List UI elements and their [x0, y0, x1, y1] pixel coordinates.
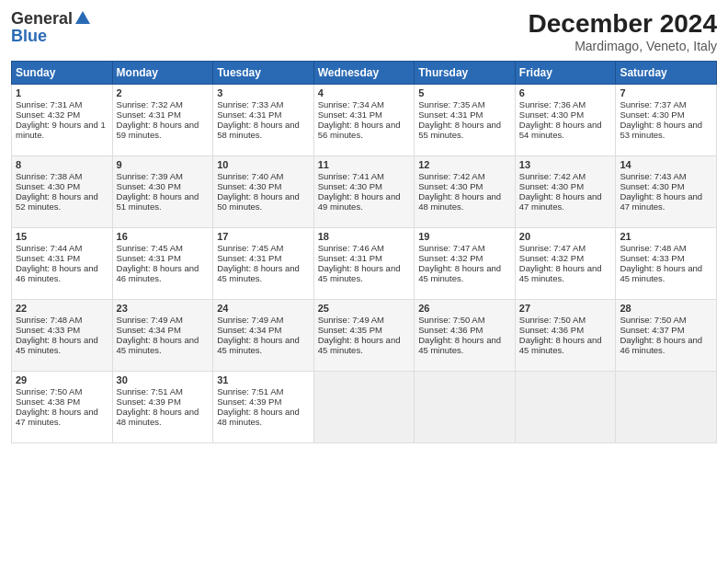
table-row: 4Sunrise: 7:34 AMSunset: 4:31 PMDaylight…: [313, 85, 415, 156]
sunset-text: Sunset: 4:31 PM: [117, 109, 181, 120]
sunset-text: Sunset: 4:30 PM: [620, 181, 684, 191]
daylight-text: Daylight: 9 hours and 1 minute.: [16, 120, 106, 140]
daylight-text: Daylight: 8 hours and 45 minutes.: [318, 335, 401, 355]
sunset-text: Sunset: 4:32 PM: [418, 253, 483, 263]
daylight-text: Daylight: 8 hours and 46 minutes.: [620, 335, 702, 355]
day-number: 27: [519, 303, 612, 314]
table-row: 30Sunrise: 7:51 AMSunset: 4:39 PMDayligh…: [112, 372, 213, 443]
day-number: 8: [16, 159, 108, 170]
table-row: 8Sunrise: 7:38 AMSunset: 4:30 PMDaylight…: [12, 156, 113, 228]
table-row: 31Sunrise: 7:51 AMSunset: 4:39 PMDayligh…: [213, 372, 314, 443]
table-row: 9Sunrise: 7:39 AMSunset: 4:30 PMDaylight…: [112, 156, 213, 228]
day-number: 26: [418, 303, 511, 314]
sunset-text: Sunset: 4:31 PM: [117, 253, 181, 263]
logo-general-text: General: [11, 9, 73, 29]
sunrise-text: Sunrise: 7:46 AM: [318, 243, 384, 253]
header: General Blue December 2024 Mardimago, Ve…: [11, 9, 717, 53]
table-row: 11Sunrise: 7:41 AMSunset: 4:30 PMDayligh…: [313, 156, 415, 228]
daylight-text: Daylight: 8 hours and 45 minutes.: [418, 263, 501, 283]
month-title: December 2024: [529, 9, 717, 39]
day-number: 12: [418, 159, 511, 170]
calendar-table: Sunday Monday Tuesday Wednesday Thursday…: [11, 61, 717, 443]
daylight-text: Daylight: 8 hours and 48 minutes.: [117, 407, 199, 427]
daylight-text: Daylight: 8 hours and 46 minutes.: [16, 263, 98, 283]
sunset-text: Sunset: 4:31 PM: [217, 253, 281, 263]
daylight-text: Daylight: 8 hours and 45 minutes.: [519, 335, 602, 355]
sunrise-text: Sunrise: 7:38 AM: [16, 171, 82, 181]
table-row: 20Sunrise: 7:47 AMSunset: 4:32 PMDayligh…: [515, 228, 616, 300]
daylight-text: Daylight: 8 hours and 53 minutes.: [620, 120, 702, 140]
daylight-text: Daylight: 8 hours and 48 minutes.: [217, 407, 300, 427]
table-row: 26Sunrise: 7:50 AMSunset: 4:36 PMDayligh…: [415, 300, 516, 372]
title-block: December 2024 Mardimago, Veneto, Italy: [529, 9, 717, 53]
sunset-text: Sunset: 4:37 PM: [620, 325, 684, 335]
calendar-week-row: 1Sunrise: 7:31 AMSunset: 4:32 PMDaylight…: [12, 85, 717, 156]
sunrise-text: Sunrise: 7:47 AM: [418, 243, 484, 253]
table-row: 15Sunrise: 7:44 AMSunset: 4:31 PMDayligh…: [12, 228, 113, 300]
sunrise-text: Sunrise: 7:44 AM: [16, 243, 82, 253]
daylight-text: Daylight: 8 hours and 55 minutes.: [418, 120, 501, 140]
logo: General Blue: [11, 9, 92, 46]
day-number: 5: [418, 87, 511, 98]
day-number: 1: [16, 87, 108, 98]
daylight-text: Daylight: 8 hours and 50 minutes.: [217, 191, 300, 212]
page-container: General Blue December 2024 Mardimago, Ve…: [0, 0, 728, 451]
sunrise-text: Sunrise: 7:42 AM: [519, 171, 586, 181]
daylight-text: Daylight: 8 hours and 45 minutes.: [117, 335, 199, 355]
calendar-week-row: 15Sunrise: 7:44 AMSunset: 4:31 PMDayligh…: [12, 228, 717, 300]
sunrise-text: Sunrise: 7:50 AM: [519, 315, 586, 325]
table-row: 22Sunrise: 7:48 AMSunset: 4:33 PMDayligh…: [12, 300, 113, 372]
logo-icon: [74, 9, 92, 28]
sunset-text: Sunset: 4:35 PM: [318, 325, 382, 335]
table-row: [515, 372, 616, 443]
sunrise-text: Sunrise: 7:41 AM: [318, 171, 384, 181]
sunrise-text: Sunrise: 7:49 AM: [318, 315, 384, 325]
day-number: 6: [519, 87, 612, 98]
table-row: 13Sunrise: 7:42 AMSunset: 4:30 PMDayligh…: [515, 156, 616, 228]
calendar-week-row: 29Sunrise: 7:50 AMSunset: 4:38 PMDayligh…: [12, 372, 717, 443]
table-row: 18Sunrise: 7:46 AMSunset: 4:31 PMDayligh…: [313, 228, 415, 300]
sunset-text: Sunset: 4:34 PM: [217, 325, 281, 335]
daylight-text: Daylight: 8 hours and 47 minutes.: [620, 191, 702, 212]
sunset-text: Sunset: 4:31 PM: [217, 109, 281, 120]
col-friday: Friday: [515, 62, 616, 85]
daylight-text: Daylight: 8 hours and 49 minutes.: [318, 191, 401, 212]
sunset-text: Sunset: 4:33 PM: [16, 325, 80, 335]
daylight-text: Daylight: 8 hours and 48 minutes.: [418, 191, 501, 212]
table-row: 7Sunrise: 7:37 AMSunset: 4:30 PMDaylight…: [616, 85, 717, 156]
daylight-text: Daylight: 8 hours and 45 minutes.: [318, 263, 401, 283]
daylight-text: Daylight: 8 hours and 45 minutes.: [16, 335, 98, 355]
day-number: 13: [519, 159, 612, 170]
calendar-header-row: Sunday Monday Tuesday Wednesday Thursday…: [12, 62, 717, 85]
table-row: 25Sunrise: 7:49 AMSunset: 4:35 PMDayligh…: [313, 300, 415, 372]
col-monday: Monday: [112, 62, 213, 85]
day-number: 4: [318, 87, 411, 98]
sunrise-text: Sunrise: 7:34 AM: [318, 99, 384, 109]
sunset-text: Sunset: 4:38 PM: [16, 396, 80, 407]
table-row: [616, 372, 717, 443]
sunset-text: Sunset: 4:30 PM: [620, 109, 684, 120]
sunset-text: Sunset: 4:30 PM: [117, 181, 181, 191]
sunrise-text: Sunrise: 7:50 AM: [418, 315, 484, 325]
table-row: 14Sunrise: 7:43 AMSunset: 4:30 PMDayligh…: [616, 156, 717, 228]
sunset-text: Sunset: 4:31 PM: [318, 253, 382, 263]
day-number: 28: [620, 303, 712, 314]
sunrise-text: Sunrise: 7:33 AM: [217, 99, 283, 109]
table-row: 27Sunrise: 7:50 AMSunset: 4:36 PMDayligh…: [515, 300, 616, 372]
day-number: 25: [318, 303, 411, 314]
col-tuesday: Tuesday: [213, 62, 314, 85]
sunset-text: Sunset: 4:31 PM: [318, 109, 382, 120]
day-number: 15: [16, 231, 108, 242]
sunrise-text: Sunrise: 7:43 AM: [620, 171, 686, 181]
daylight-text: Daylight: 8 hours and 45 minutes.: [519, 263, 602, 283]
col-sunday: Sunday: [12, 62, 113, 85]
daylight-text: Daylight: 8 hours and 56 minutes.: [318, 120, 401, 140]
table-row: 10Sunrise: 7:40 AMSunset: 4:30 PMDayligh…: [213, 156, 314, 228]
table-row: 23Sunrise: 7:49 AMSunset: 4:34 PMDayligh…: [112, 300, 213, 372]
day-number: 30: [117, 374, 210, 385]
sunrise-text: Sunrise: 7:51 AM: [217, 386, 283, 396]
sunset-text: Sunset: 4:36 PM: [519, 325, 584, 335]
daylight-text: Daylight: 8 hours and 47 minutes.: [519, 191, 602, 212]
table-row: [415, 372, 516, 443]
col-thursday: Thursday: [415, 62, 516, 85]
